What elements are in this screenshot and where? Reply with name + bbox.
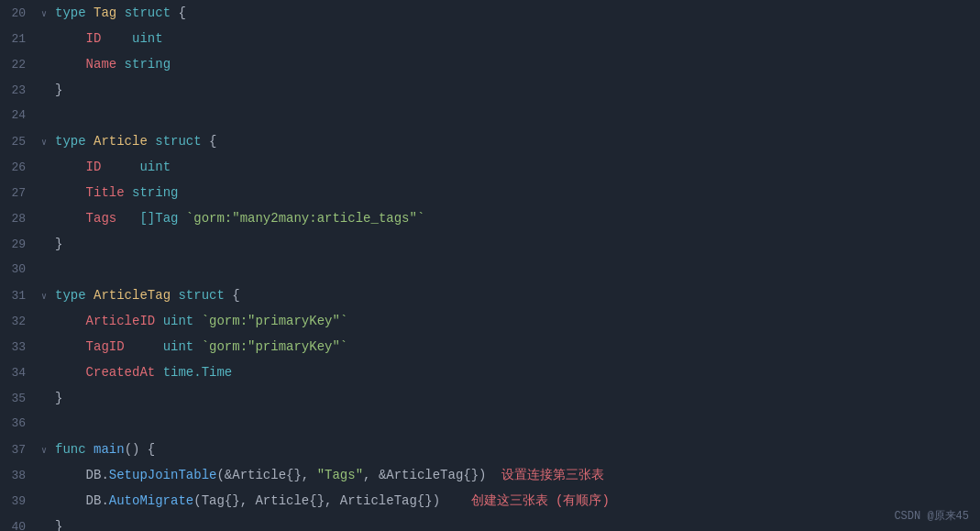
token: string	[125, 185, 179, 200]
token: `gorm:"primaryKey"`	[202, 314, 348, 328]
code-content: Title string	[51, 180, 980, 205]
fold-icon	[37, 104, 51, 129]
fold-icon	[37, 387, 51, 413]
table-row: 27 Title string	[0, 180, 980, 205]
token: SetupJoinTable	[109, 468, 217, 482]
fold-icon	[37, 464, 51, 490]
token: []Tag	[125, 211, 186, 226]
line-number: 27	[0, 181, 37, 206]
table-row: 40 }	[0, 514, 980, 531]
line-number: 34	[0, 360, 37, 386]
line-number: 40	[0, 514, 37, 531]
line-number: 30	[0, 257, 37, 282]
token: ()	[125, 442, 148, 457]
code-content: type ArticleTag struct {	[51, 282, 980, 308]
watermark: CSDN @原来45	[894, 508, 969, 524]
token	[55, 57, 86, 72]
token: (&Article{},	[216, 468, 316, 482]
line-number: 32	[0, 309, 37, 335]
table-row: 37∨func main() {	[0, 437, 980, 462]
token: }	[55, 519, 62, 531]
token: {	[148, 442, 155, 457]
token: main	[94, 442, 125, 457]
code-content: }	[51, 231, 980, 257]
table-row: 28 Tags []Tag `gorm:"many2many:article_t…	[0, 205, 980, 231]
table-row: 33 TagID uint `gorm:"primaryKey"`	[0, 334, 980, 360]
code-content: type Tag struct {	[51, 0, 980, 26]
fold-icon	[37, 361, 51, 387]
token: "Tags"	[317, 468, 363, 482]
line-number: 33	[0, 335, 37, 360]
code-content: ID uint	[51, 154, 980, 180]
line-number: 23	[0, 78, 37, 104]
code-content: }	[51, 385, 980, 411]
token: TagID	[86, 339, 148, 354]
table-row: 39 DB.AutoMigrate(Tag{}, Article{}, Arti…	[0, 488, 980, 514]
token: {	[209, 134, 216, 149]
token: type	[55, 288, 94, 303]
token: ArticleTag	[94, 288, 171, 303]
token	[55, 365, 86, 380]
token: `gorm:"primaryKey"`	[202, 339, 348, 354]
token: DB.	[55, 493, 109, 508]
line-number: 20	[0, 1, 37, 27]
token	[55, 211, 86, 226]
token: {	[178, 6, 185, 20]
table-row: 26 ID uint	[0, 154, 980, 180]
table-row: 38 DB.SetupJoinTable(&Article{}, "Tags",…	[0, 462, 980, 488]
token	[55, 185, 86, 200]
line-number: 39	[0, 489, 37, 514]
line-number: 22	[0, 52, 37, 78]
line-number: 31	[0, 283, 37, 309]
token: struct	[148, 134, 209, 149]
token: ArticleID	[86, 314, 156, 328]
code-content: ArticleID uint `gorm:"primaryKey"`	[51, 308, 980, 334]
token: Tag	[94, 6, 116, 20]
fold-icon[interactable]: ∨	[37, 2, 51, 28]
fold-icon	[37, 207, 51, 233]
token: Title	[86, 185, 125, 200]
fold-icon	[37, 490, 51, 515]
table-row: 24	[0, 103, 980, 128]
token: Article	[94, 134, 148, 149]
code-content: func main() {	[51, 437, 980, 462]
table-row: 35 }	[0, 385, 980, 411]
line-number: 29	[0, 232, 37, 258]
code-content: }	[51, 514, 980, 531]
token: Name	[86, 57, 117, 72]
code-content: Name string	[51, 51, 980, 77]
token: `gorm:"many2many:article_tags"`	[186, 211, 424, 226]
line-number: 37	[0, 437, 37, 463]
token: struct	[171, 288, 232, 303]
table-row: 25∨type Article struct {	[0, 128, 980, 154]
token: {	[232, 288, 239, 303]
token: AutoMigrate	[109, 493, 193, 508]
table-row: 36	[0, 411, 980, 437]
code-content: }	[51, 77, 980, 103]
line-number: 36	[0, 411, 37, 437]
token: 设置连接第三张表	[487, 468, 605, 482]
line-number: 24	[0, 103, 37, 128]
fold-icon	[37, 79, 51, 105]
fold-icon	[37, 336, 51, 361]
token: }	[55, 237, 62, 251]
table-row: 31∨type ArticleTag struct {	[0, 282, 980, 308]
fold-icon	[37, 515, 51, 531]
fold-icon[interactable]: ∨	[37, 130, 51, 156]
fold-icon	[37, 28, 51, 53]
fold-icon	[37, 156, 51, 182]
line-number: 38	[0, 463, 37, 489]
token: ID	[86, 160, 125, 174]
code-content: TagID uint `gorm:"primaryKey"`	[51, 334, 980, 360]
line-number: 26	[0, 155, 37, 181]
code-content: DB.SetupJoinTable(&Article{}, "Tags", &A…	[51, 462, 980, 488]
fold-icon[interactable]: ∨	[37, 284, 51, 310]
line-number: 21	[0, 27, 37, 52]
token: 创建这三张表 (有顺序)	[440, 493, 610, 508]
token: uint	[125, 160, 171, 174]
fold-icon	[37, 310, 51, 336]
line-number: 28	[0, 206, 37, 232]
token	[55, 314, 86, 328]
token: type	[55, 134, 94, 149]
fold-icon[interactable]: ∨	[37, 438, 51, 464]
